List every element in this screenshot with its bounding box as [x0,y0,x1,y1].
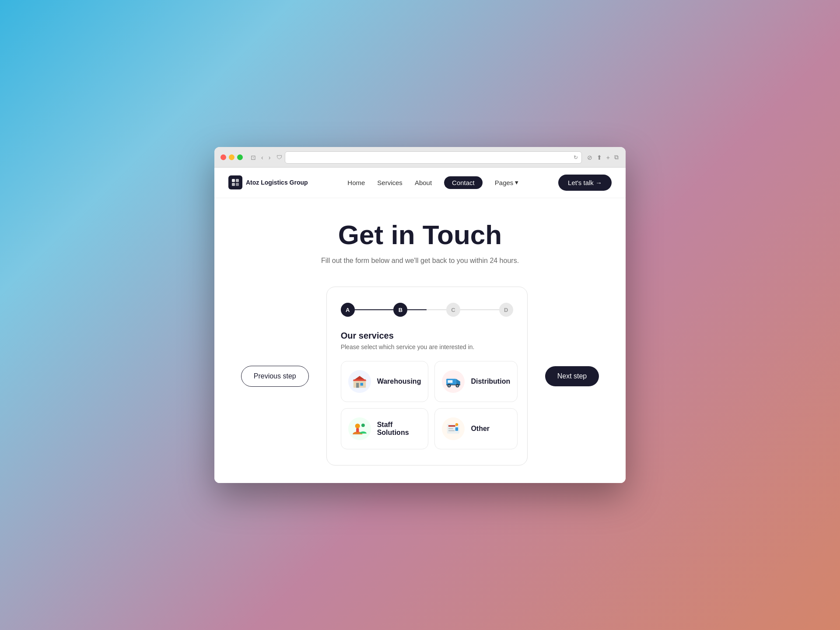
services-subtitle: Please select which service you are inte… [341,343,513,350]
distribution-icon [442,370,465,393]
step-c: C [446,303,460,317]
hero-section: Get in Touch Fill out the form below and… [214,198,626,278]
form-card: A B C D Our services [326,287,528,466]
svg-rect-7 [360,383,363,385]
share-icon[interactable]: ⬆ [596,153,603,162]
browser-window: ⊡ ‹ › 🛡 ↻ ⊘ ⬆ + ⧉ [214,147,626,483]
page-subtitle: Fill out the form below and we'll get ba… [223,257,617,265]
step-line-bc [407,309,446,310]
download-icon[interactable]: ⊘ [586,153,593,162]
form-wrapper: Previous step A B C [214,278,626,483]
step-line-ab [355,309,394,310]
page-title: Get in Touch [223,220,617,250]
distribution-label: Distribution [471,378,510,385]
address-bar-container: 🛡 ↻ [276,151,581,164]
staff-icon [348,417,371,440]
warehousing-icon [348,370,371,393]
warehousing-label: Warehousing [377,378,421,385]
svg-rect-15 [448,380,453,383]
service-card-warehousing[interactable]: Warehousing [341,361,429,402]
svg-rect-1 [236,179,239,182]
svg-marker-10 [456,379,461,385]
svg-rect-0 [232,179,235,182]
service-card-distribution[interactable]: Distribution [434,361,518,402]
next-step-button[interactable]: Next step [545,366,599,386]
nav-links: Home Services About Contact Pages ▾ [347,176,518,189]
forward-icon[interactable]: › [267,153,273,162]
other-label: Other [471,425,490,433]
services-grid: Warehousing [341,361,513,449]
svg-point-17 [355,424,360,428]
logo-area[interactable]: Atoz Logistics Group [228,175,308,189]
svg-point-18 [361,424,365,427]
svg-rect-6 [356,383,359,388]
page-content: Atoz Logistics Group Home Services About… [214,168,626,483]
step-d: D [499,303,513,317]
other-icon: ! [442,417,465,440]
new-tab-icon[interactable]: + [606,153,611,162]
navbar: Atoz Logistics Group Home Services About… [214,168,626,198]
browser-action-icons: ⊘ ⬆ + ⧉ [586,153,620,162]
svg-rect-23 [448,430,455,431]
sidebar-toggle-icon[interactable]: ⊡ [249,153,258,162]
previous-step-button[interactable]: Previous step [241,366,309,387]
back-icon[interactable]: ‹ [259,153,265,162]
lets-talk-button[interactable]: Let's talk → [558,175,612,191]
traffic-lights [220,154,243,160]
svg-rect-8 [353,379,366,381]
address-bar[interactable]: ↻ [285,151,581,164]
svg-rect-3 [236,183,239,186]
step-line-cd [460,309,499,310]
staff-label: Staff Solutions [377,421,421,437]
browser-chrome: ⊡ ‹ › 🛡 ↻ ⊘ ⬆ + ⧉ [214,147,626,168]
logo-text: Atoz Logistics Group [246,179,308,186]
close-button[interactable] [220,154,226,160]
svg-rect-19 [356,428,359,433]
shield-icon: 🛡 [276,154,282,161]
minimize-button[interactable] [229,154,234,160]
refresh-icon[interactable]: ↻ [574,154,578,161]
svg-rect-22 [448,428,453,429]
browser-nav-icons: ⊡ ‹ › [249,153,272,162]
service-card-other[interactable]: ! Other [434,408,518,449]
svg-rect-21 [448,425,455,427]
svg-rect-2 [232,183,235,186]
svg-rect-24 [455,427,458,431]
nav-pages-label: Pages [495,179,514,186]
svg-rect-4 [353,380,366,388]
chevron-down-icon: ▾ [515,178,518,186]
nav-contact[interactable]: Contact [444,176,483,189]
step-a: A [341,303,355,317]
maximize-button[interactable] [237,154,243,160]
nav-about[interactable]: About [415,179,432,186]
nav-services[interactable]: Services [377,179,402,186]
nav-pages[interactable]: Pages ▾ [495,178,519,186]
step-b: B [393,303,407,317]
service-card-staff[interactable]: Staff Solutions [341,408,429,449]
svg-text:!: ! [456,424,456,426]
services-title: Our services [341,331,513,341]
step-indicator: A B C D [341,303,513,317]
logo-icon [228,175,242,189]
tabs-icon[interactable]: ⧉ [613,153,620,162]
nav-home[interactable]: Home [347,179,365,186]
